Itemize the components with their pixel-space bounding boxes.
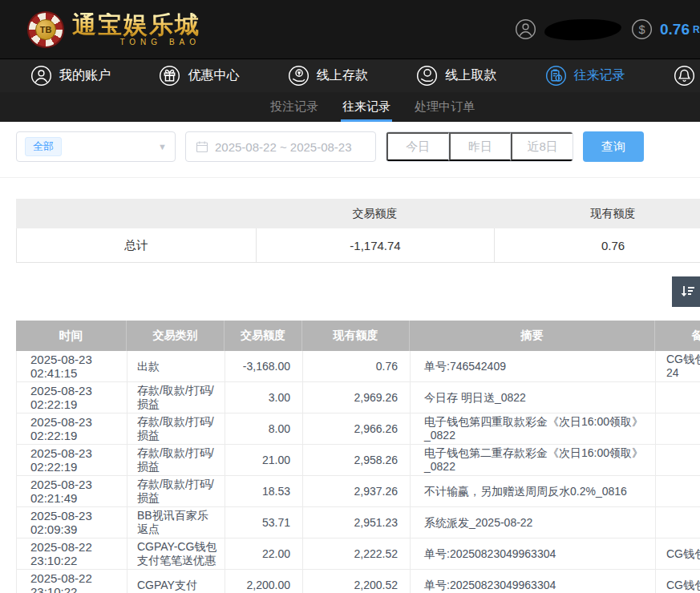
nav-item-transaction-records[interactable]: 往来记录 xyxy=(545,65,625,87)
search-button[interactable]: 查询 xyxy=(583,131,644,162)
table-row: 2025-08-23 02:22:19 存款/取款/打码/损益 3.00 2,9… xyxy=(16,382,700,413)
cell-time: 2025-08-23 02:21:49 xyxy=(16,476,127,506)
cell-summary: 系统派发_2025-08-22 xyxy=(410,507,655,538)
records-icon xyxy=(545,65,567,87)
bell-icon xyxy=(674,65,695,87)
cell-remark: CG钱包 xyxy=(655,539,700,569)
cell-amount: 2,200.00 xyxy=(225,570,302,593)
cell-remark xyxy=(655,476,700,506)
user-icon xyxy=(30,65,52,87)
site-subtitle: TONG BAO xyxy=(72,38,200,46)
cell-summary: 今日存 明日送_0822 xyxy=(410,382,655,413)
filter-bar: 全部 ▼ 2025-08-22 ~ 2025-08-23 今日 昨日 近8日 查… xyxy=(0,122,700,162)
cell-amount: -3,168.00 xyxy=(225,351,302,381)
last-8-days-button[interactable]: 近8日 xyxy=(511,132,573,161)
cell-amount: 22.00 xyxy=(225,539,302,569)
cell-type: CGPAY支付 xyxy=(127,570,225,593)
cell-remark xyxy=(655,445,700,475)
cell-remark: CG钱包 xyxy=(655,570,700,593)
summary-total-label: 总计 xyxy=(16,228,256,263)
cell-balance: 2,966.26 xyxy=(302,413,410,444)
col-remark: 备注 xyxy=(655,321,700,351)
col-amount: 交易额度 xyxy=(225,321,302,351)
cell-type: BB视讯百家乐返点 xyxy=(127,507,225,538)
summary-transaction-total: -1,174.74 xyxy=(256,228,494,263)
cell-time: 2025-08-23 02:22:19 xyxy=(16,382,127,413)
transactions-header-row: 时间 交易类别 交易额度 现有额度 摘要 备注 xyxy=(16,321,700,351)
col-summary: 摘要 xyxy=(410,321,655,351)
summary-col-balance: 现有额度 xyxy=(494,199,700,228)
tab-transaction-records[interactable]: 往来记录 xyxy=(341,92,392,122)
site-logo[interactable]: TB 通宝娱乐城 TONG BAO xyxy=(27,11,200,48)
cell-time: 2025-08-23 02:22:19 xyxy=(16,445,127,475)
col-type: 交易类别 xyxy=(127,321,225,351)
cell-time: 2025-08-23 02:41:15 xyxy=(16,351,127,381)
tab-pending-orders[interactable]: 处理中订单 xyxy=(413,92,476,122)
cell-amount: 21.00 xyxy=(225,445,302,475)
header-user-area: $ 0.76 RMB xyxy=(515,0,700,58)
table-row: 2025-08-23 02:22:19 存款/取款/打码/损益 21.00 2,… xyxy=(16,445,700,476)
cell-type: 存款/取款/打码/损益 xyxy=(127,382,225,413)
nav-item-deposit[interactable]: 线上存款 xyxy=(288,65,368,87)
dollar-coin-icon[interactable]: $ xyxy=(631,18,653,40)
table-row: 2025-08-23 02:09:39 BB视讯百家乐返点 53.71 2,95… xyxy=(16,507,700,539)
cell-balance: 2,969.26 xyxy=(302,382,410,413)
cell-time: 2025-08-23 02:09:39 xyxy=(16,507,127,538)
main-nav: 我的账户 优惠中心 线上存款 $ 线上取款 xyxy=(0,58,700,92)
user-avatar-icon[interactable] xyxy=(515,18,536,40)
table-row: 2025-08-22 23:10:22 CGPAY-CG钱包支付笔笔送优惠 22… xyxy=(16,539,700,570)
yesterday-button[interactable]: 昨日 xyxy=(449,132,512,161)
date-range-input[interactable]: 2025-08-22 ~ 2025-08-23 xyxy=(185,131,376,162)
cell-amount: 3.00 xyxy=(225,382,302,413)
gift-icon xyxy=(159,65,180,87)
cell-type: 出款 xyxy=(127,351,225,381)
section-divider xyxy=(0,177,700,178)
cell-amount: 53.71 xyxy=(225,507,302,538)
summary-total-row: 总计 -1,174.74 0.76 xyxy=(16,228,700,263)
calendar-icon xyxy=(196,140,208,153)
table-row: 2025-08-23 02:21:49 存款/取款/打码/损益 18.53 2,… xyxy=(16,476,700,507)
transactions-table: 时间 交易类别 交易额度 现有额度 摘要 备注 2025-08-23 02:41… xyxy=(16,321,700,593)
table-row: 2025-08-22 23:10:22 CGPAY支付 2,200.00 2,2… xyxy=(16,570,700,593)
summary-balance-total: 0.76 xyxy=(494,228,700,263)
cell-balance: 2,937.26 xyxy=(302,476,410,506)
cell-amount: 8.00 xyxy=(225,413,302,444)
cell-balance: 2,200.52 xyxy=(302,570,410,593)
record-subtabs: 投注记录 往来记录 处理中订单 xyxy=(0,92,700,122)
col-balance: 现有额度 xyxy=(302,321,410,351)
deposit-icon xyxy=(288,65,310,87)
nav-item-my-account[interactable]: 我的账户 xyxy=(30,65,111,87)
tab-betting-records[interactable]: 投注记录 xyxy=(269,92,320,122)
today-button[interactable]: 今日 xyxy=(386,132,449,161)
cell-summary: 单号:20250823049963304 xyxy=(410,539,655,569)
nav-item-promotions[interactable]: 优惠中心 xyxy=(159,65,239,87)
nav-item-withdraw[interactable]: $ 线上取款 xyxy=(416,65,496,87)
sort-descending-button[interactable] xyxy=(672,276,700,307)
cell-balance: 0.76 xyxy=(302,351,410,381)
summary-header-row: 交易额度 现有额度 xyxy=(16,199,700,228)
cell-amount: 18.53 xyxy=(225,476,302,506)
cell-type: 存款/取款/打码/损益 xyxy=(127,445,225,475)
cell-time: 2025-08-22 23:10:22 xyxy=(16,570,127,593)
col-time: 时间 xyxy=(16,321,127,351)
category-select[interactable]: 全部 ▼ xyxy=(16,131,176,162)
cell-type: 存款/取款/打码/损益 xyxy=(127,476,225,506)
cell-type: 存款/取款/打码/损益 xyxy=(127,413,225,444)
balance-amount[interactable]: 0.76 xyxy=(660,21,690,38)
transactions-body: 2025-08-23 02:41:15 出款 -3,168.00 0.76 单号… xyxy=(16,351,700,593)
sort-desc-icon xyxy=(678,283,696,301)
table-row: 2025-08-23 02:22:19 存款/取款/打码/损益 8.00 2,9… xyxy=(16,413,700,445)
cell-remark xyxy=(655,507,700,538)
summary-table: 交易额度 现有额度 总计 -1,174.74 0.76 xyxy=(16,199,700,263)
cell-remark xyxy=(655,413,700,444)
site-title: 通宝娱乐城 xyxy=(72,13,200,37)
cell-summary: 电子钱包第二重存款彩金《次日16:00领取》_0822 xyxy=(410,445,655,475)
cell-summary: 单号:20250823049963304 xyxy=(410,570,655,593)
quick-date-buttons: 今日 昨日 近8日 xyxy=(386,131,573,162)
cell-summary: 不计输赢，另加赠送周周反水0.2%_0816 xyxy=(410,476,655,506)
selected-category-tag[interactable]: 全部 xyxy=(25,137,62,156)
svg-text:$: $ xyxy=(638,23,645,36)
cell-balance: 2,222.52 xyxy=(302,539,410,569)
nav-item-announcements[interactable]: 信息公告 xyxy=(674,65,700,87)
cell-time: 2025-08-22 23:10:22 xyxy=(16,539,127,569)
